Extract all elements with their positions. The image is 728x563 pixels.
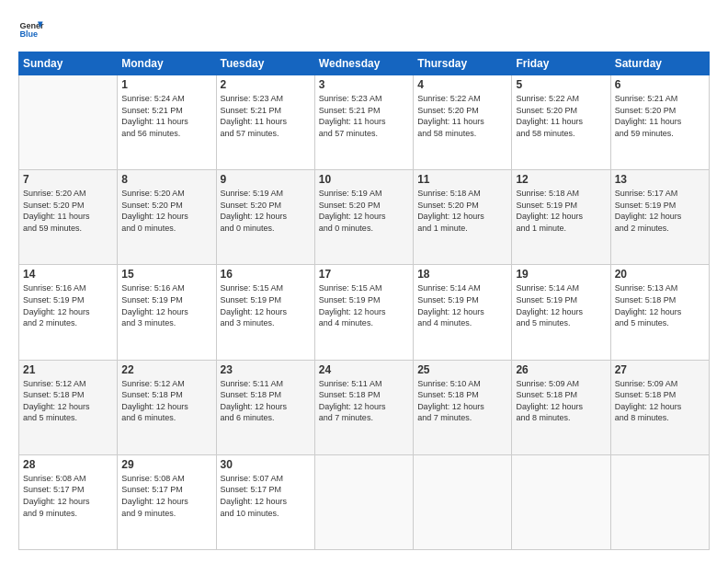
day-info: Sunrise: 5:11 AM Sunset: 5:18 PM Dayligh… <box>221 378 311 424</box>
svg-text:Blue: Blue <box>19 29 38 39</box>
day-info: Sunrise: 5:09 AM Sunset: 5:18 PM Dayligh… <box>615 378 705 424</box>
day-number: 7 <box>23 173 113 186</box>
day-number: 16 <box>221 268 311 281</box>
day-info: Sunrise: 5:08 AM Sunset: 5:17 PM Dayligh… <box>121 473 211 519</box>
calendar-cell: 6Sunrise: 5:21 AM Sunset: 5:20 PM Daylig… <box>610 75 709 170</box>
weekday-header-sunday: Sunday <box>19 52 118 75</box>
logo: General Blue <box>18 17 44 42</box>
day-number: 8 <box>121 173 211 186</box>
calendar-week-1: 1Sunrise: 5:24 AM Sunset: 5:21 PM Daylig… <box>19 75 710 170</box>
day-number: 9 <box>221 173 311 186</box>
calendar-cell <box>610 454 709 549</box>
day-info: Sunrise: 5:22 AM Sunset: 5:20 PM Dayligh… <box>516 93 606 139</box>
logo-icon: General Blue <box>18 17 44 42</box>
day-info: Sunrise: 5:24 AM Sunset: 5:21 PM Dayligh… <box>121 93 211 139</box>
day-info: Sunrise: 5:08 AM Sunset: 5:17 PM Dayligh… <box>23 473 113 519</box>
day-number: 24 <box>319 363 409 376</box>
day-number: 11 <box>417 173 507 186</box>
calendar-cell: 11Sunrise: 5:18 AM Sunset: 5:20 PM Dayli… <box>414 170 512 265</box>
calendar-cell <box>512 454 610 549</box>
calendar-cell: 14Sunrise: 5:16 AM Sunset: 5:19 PM Dayli… <box>19 265 118 360</box>
day-number: 29 <box>121 458 211 471</box>
calendar-cell: 8Sunrise: 5:20 AM Sunset: 5:20 PM Daylig… <box>118 170 216 265</box>
calendar-cell: 12Sunrise: 5:18 AM Sunset: 5:19 PM Dayli… <box>512 170 610 265</box>
day-number: 4 <box>417 78 507 91</box>
day-number: 1 <box>121 78 211 91</box>
calendar-cell <box>414 454 512 549</box>
day-number: 28 <box>23 458 113 471</box>
calendar-cell: 2Sunrise: 5:23 AM Sunset: 5:21 PM Daylig… <box>216 75 314 170</box>
day-number: 6 <box>615 78 705 91</box>
day-info: Sunrise: 5:16 AM Sunset: 5:19 PM Dayligh… <box>23 282 113 328</box>
day-number: 19 <box>516 268 606 281</box>
calendar-cell: 19Sunrise: 5:14 AM Sunset: 5:19 PM Dayli… <box>512 265 610 360</box>
day-info: Sunrise: 5:09 AM Sunset: 5:18 PM Dayligh… <box>516 378 606 424</box>
calendar-table: SundayMondayTuesdayWednesdayThursdayFrid… <box>18 52 710 550</box>
weekday-header-tuesday: Tuesday <box>216 52 314 75</box>
calendar-cell: 21Sunrise: 5:12 AM Sunset: 5:18 PM Dayli… <box>19 360 118 454</box>
calendar-cell: 29Sunrise: 5:08 AM Sunset: 5:17 PM Dayli… <box>118 454 216 549</box>
day-info: Sunrise: 5:21 AM Sunset: 5:20 PM Dayligh… <box>615 93 705 139</box>
calendar-cell: 25Sunrise: 5:10 AM Sunset: 5:18 PM Dayli… <box>414 360 512 454</box>
calendar-cell: 16Sunrise: 5:15 AM Sunset: 5:19 PM Dayli… <box>216 265 314 360</box>
calendar-cell: 4Sunrise: 5:22 AM Sunset: 5:20 PM Daylig… <box>414 75 512 170</box>
day-info: Sunrise: 5:20 AM Sunset: 5:20 PM Dayligh… <box>121 188 211 234</box>
day-info: Sunrise: 5:14 AM Sunset: 5:19 PM Dayligh… <box>516 282 606 328</box>
calendar-cell <box>19 75 118 170</box>
day-number: 10 <box>319 173 409 186</box>
day-info: Sunrise: 5:11 AM Sunset: 5:18 PM Dayligh… <box>319 378 409 424</box>
calendar-cell: 22Sunrise: 5:12 AM Sunset: 5:18 PM Dayli… <box>118 360 216 454</box>
day-number: 5 <box>516 78 606 91</box>
calendar-cell: 23Sunrise: 5:11 AM Sunset: 5:18 PM Dayli… <box>216 360 314 454</box>
day-number: 13 <box>615 173 705 186</box>
day-info: Sunrise: 5:10 AM Sunset: 5:18 PM Dayligh… <box>417 378 507 424</box>
day-number: 23 <box>221 363 311 376</box>
day-number: 26 <box>516 363 606 376</box>
day-info: Sunrise: 5:20 AM Sunset: 5:20 PM Dayligh… <box>23 188 113 234</box>
calendar-cell: 10Sunrise: 5:19 AM Sunset: 5:20 PM Dayli… <box>314 170 413 265</box>
calendar-cell: 17Sunrise: 5:15 AM Sunset: 5:19 PM Dayli… <box>314 265 413 360</box>
day-info: Sunrise: 5:07 AM Sunset: 5:17 PM Dayligh… <box>221 473 311 519</box>
calendar-week-5: 28Sunrise: 5:08 AM Sunset: 5:17 PM Dayli… <box>19 454 710 549</box>
calendar-cell: 20Sunrise: 5:13 AM Sunset: 5:18 PM Dayli… <box>610 265 709 360</box>
day-number: 18 <box>417 268 507 281</box>
day-info: Sunrise: 5:15 AM Sunset: 5:19 PM Dayligh… <box>319 282 409 328</box>
weekday-header-saturday: Saturday <box>610 52 709 75</box>
calendar-cell: 30Sunrise: 5:07 AM Sunset: 5:17 PM Dayli… <box>216 454 314 549</box>
calendar-cell: 5Sunrise: 5:22 AM Sunset: 5:20 PM Daylig… <box>512 75 610 170</box>
calendar-week-4: 21Sunrise: 5:12 AM Sunset: 5:18 PM Dayli… <box>19 360 710 454</box>
day-info: Sunrise: 5:12 AM Sunset: 5:18 PM Dayligh… <box>121 378 211 424</box>
calendar-week-2: 7Sunrise: 5:20 AM Sunset: 5:20 PM Daylig… <box>19 170 710 265</box>
day-info: Sunrise: 5:23 AM Sunset: 5:21 PM Dayligh… <box>319 93 409 139</box>
day-info: Sunrise: 5:22 AM Sunset: 5:20 PM Dayligh… <box>417 93 507 139</box>
weekday-header-friday: Friday <box>512 52 610 75</box>
calendar-cell: 3Sunrise: 5:23 AM Sunset: 5:21 PM Daylig… <box>314 75 413 170</box>
day-number: 21 <box>23 363 113 376</box>
calendar-cell: 1Sunrise: 5:24 AM Sunset: 5:21 PM Daylig… <box>118 75 216 170</box>
day-info: Sunrise: 5:14 AM Sunset: 5:19 PM Dayligh… <box>417 282 507 328</box>
calendar-header-row: SundayMondayTuesdayWednesdayThursdayFrid… <box>19 52 710 75</box>
day-info: Sunrise: 5:15 AM Sunset: 5:19 PM Dayligh… <box>221 282 311 328</box>
day-number: 20 <box>615 268 705 281</box>
day-info: Sunrise: 5:12 AM Sunset: 5:18 PM Dayligh… <box>23 378 113 424</box>
day-info: Sunrise: 5:18 AM Sunset: 5:19 PM Dayligh… <box>516 188 606 234</box>
page: General Blue SundayMondayTuesdayWednesda… <box>0 0 728 563</box>
calendar-cell: 24Sunrise: 5:11 AM Sunset: 5:18 PM Dayli… <box>314 360 413 454</box>
weekday-header-monday: Monday <box>118 52 216 75</box>
day-number: 14 <box>23 268 113 281</box>
day-number: 15 <box>121 268 211 281</box>
day-number: 25 <box>417 363 507 376</box>
calendar-cell <box>314 454 413 549</box>
day-info: Sunrise: 5:19 AM Sunset: 5:20 PM Dayligh… <box>319 188 409 234</box>
calendar-cell: 13Sunrise: 5:17 AM Sunset: 5:19 PM Dayli… <box>610 170 709 265</box>
day-number: 17 <box>319 268 409 281</box>
calendar-cell: 18Sunrise: 5:14 AM Sunset: 5:19 PM Dayli… <box>414 265 512 360</box>
day-info: Sunrise: 5:19 AM Sunset: 5:20 PM Dayligh… <box>221 188 311 234</box>
day-info: Sunrise: 5:18 AM Sunset: 5:20 PM Dayligh… <box>417 188 507 234</box>
day-info: Sunrise: 5:16 AM Sunset: 5:19 PM Dayligh… <box>121 282 211 328</box>
day-number: 27 <box>615 363 705 376</box>
weekday-header-wednesday: Wednesday <box>314 52 413 75</box>
calendar-cell: 15Sunrise: 5:16 AM Sunset: 5:19 PM Dayli… <box>118 265 216 360</box>
calendar-cell: 9Sunrise: 5:19 AM Sunset: 5:20 PM Daylig… <box>216 170 314 265</box>
calendar-cell: 27Sunrise: 5:09 AM Sunset: 5:18 PM Dayli… <box>610 360 709 454</box>
